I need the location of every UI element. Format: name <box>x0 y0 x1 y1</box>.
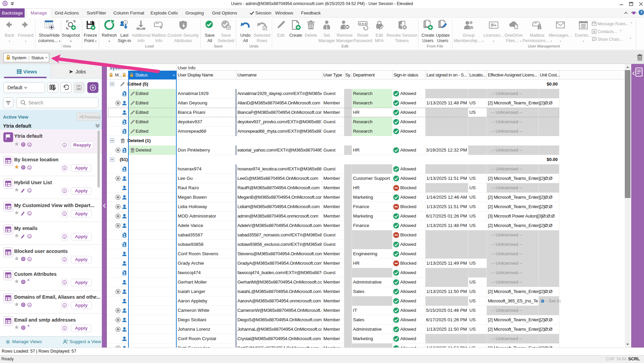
svg-text:?: ? <box>640 10 643 14</box>
